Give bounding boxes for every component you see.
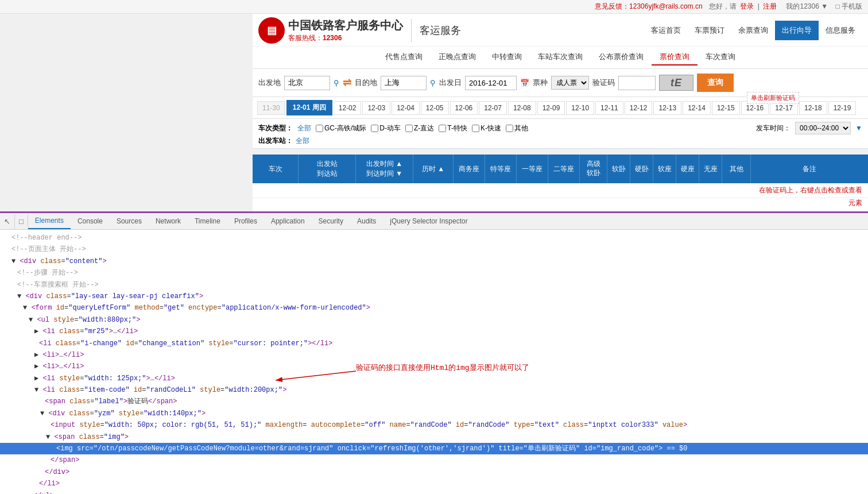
date-tab-1215[interactable]: 12-15 bbox=[712, 101, 740, 115]
code-line-8: ▼ <ul style="width:880px;"> bbox=[6, 314, 862, 326]
code-line-18: ▼ <span class="img"> bbox=[6, 431, 862, 443]
subnav-train[interactable]: 车次查询 bbox=[698, 49, 743, 65]
subnav-transfer[interactable]: 中转查询 bbox=[484, 49, 530, 65]
devtools-tab-security[interactable]: Security bbox=[312, 214, 350, 229]
search-box: 出发地 ⚲ ⇌ 目的地 ⚲ 出发日 📅 票种 成人票 儿童票 学生票 bbox=[253, 69, 868, 97]
date-input[interactable] bbox=[465, 76, 517, 90]
subnav-delay[interactable]: 正晚点查询 bbox=[431, 49, 484, 65]
devtools-icon-pointer[interactable]: ↖ bbox=[0, 214, 15, 229]
results-header: 车次 出发站 到达站 出发时间 ▲ 到达时间 ▼ 历时 ▲ 商务座 特等座 一等… bbox=[253, 155, 868, 183]
date-tab-1213[interactable]: 12-13 bbox=[653, 101, 681, 115]
devtools-tab-audits[interactable]: Audits bbox=[350, 214, 383, 229]
devtools-tab-elements[interactable]: Elements bbox=[28, 213, 71, 229]
col-first: 一等座 bbox=[517, 155, 548, 183]
devtools-tab-console[interactable]: Console bbox=[71, 214, 110, 229]
type-d[interactable]: D-动车 bbox=[371, 124, 401, 133]
subnav-station[interactable]: 车站车次查询 bbox=[530, 49, 591, 65]
date-tab-1205[interactable]: 12-05 bbox=[421, 101, 449, 115]
devtools-panel: ↖ □ Elements Console Sources Network Tim… bbox=[0, 211, 868, 494]
search-form: 出发地 ⚲ ⇌ 目的地 ⚲ 出发日 📅 票种 成人票 儿童票 学生票 bbox=[258, 74, 862, 92]
code-line-15: <span class="label">验证码</span> bbox=[6, 396, 862, 407]
type-k[interactable]: K-快速 bbox=[472, 124, 501, 133]
devtools-tab-profiles[interactable]: Profiles bbox=[227, 214, 264, 229]
code-line-11: ▶ <li>…</li> bbox=[6, 349, 862, 361]
devtools-tab-network[interactable]: Network bbox=[149, 214, 188, 229]
type-gc[interactable]: GC-高铁/城际 bbox=[316, 124, 366, 133]
date-tab-1204[interactable]: 12-04 bbox=[392, 101, 420, 115]
brand-main-text: 中国铁路客户服务中心 bbox=[288, 18, 403, 33]
mobile-link[interactable]: □ 手机版 bbox=[835, 2, 862, 10]
code-line-selected[interactable]: <img src="/otn/passcodeNew/getPassCodeNe… bbox=[0, 443, 868, 454]
date-tab-1208[interactable]: 12-08 bbox=[508, 101, 536, 115]
devtools-tab-application[interactable]: Application bbox=[264, 214, 312, 229]
subnav-proxy[interactable]: 代售点查询 bbox=[377, 49, 431, 65]
calendar-icon[interactable]: 📅 bbox=[520, 79, 529, 87]
annotation-captcha: 在验证码上，右键点击检查或查看 bbox=[253, 183, 868, 198]
from-input[interactable] bbox=[284, 76, 330, 90]
train-filter: 车次类型： 全部 GC-高铁/城际 D-动车 Z-直达 T-特快 K-快速 其他… bbox=[253, 119, 868, 149]
register-link[interactable]: 注册 bbox=[763, 2, 777, 10]
col-time[interactable]: 出发时间 ▲ 到达时间 ▼ bbox=[356, 155, 413, 183]
col-second: 二等座 bbox=[548, 155, 580, 183]
annotation-element: 元素 bbox=[253, 198, 868, 211]
col-duration[interactable]: 历时 ▲ bbox=[413, 155, 454, 183]
date-tab-prev[interactable]: 11-30 bbox=[257, 101, 285, 115]
captcha-input[interactable] bbox=[618, 76, 656, 90]
date-tab-1202[interactable]: 12-02 bbox=[334, 101, 362, 115]
devtools-tab-jquery[interactable]: jQuery Selector Inspector bbox=[383, 214, 474, 229]
captcha-label: 验证码 bbox=[592, 78, 615, 88]
code-line-22: </ul> bbox=[6, 490, 862, 494]
type-t[interactable]: T-特快 bbox=[439, 124, 467, 133]
to-input[interactable] bbox=[381, 76, 427, 90]
type-other[interactable]: 其他 bbox=[506, 124, 528, 133]
filter-type-row: 车次类型： 全部 GC-高铁/城际 D-动车 Z-直达 T-特快 K-快速 其他… bbox=[258, 122, 862, 134]
nav-home[interactable]: 客运首页 bbox=[644, 21, 688, 40]
date-tab-1214[interactable]: 12-14 bbox=[683, 101, 711, 115]
devtools-icon-inspect[interactable]: □ bbox=[15, 214, 28, 229]
date-tab-1219[interactable]: 12-19 bbox=[828, 101, 857, 115]
date-tab-1218[interactable]: 12-18 bbox=[799, 101, 827, 115]
brand-logo: ▤ 中国铁路客户服务中心 客服热线：12306 客运服务 bbox=[258, 17, 461, 44]
code-line-17: <input style="width: 50px; color: rgb(51… bbox=[6, 419, 862, 431]
swap-icon[interactable]: ⇌ bbox=[343, 76, 351, 89]
devtools-toolbar: ↖ □ Elements Console Sources Network Tim… bbox=[0, 213, 868, 230]
ticket-select[interactable]: 成人票 儿童票 学生票 bbox=[551, 76, 589, 90]
type-z[interactable]: Z-直达 bbox=[405, 124, 434, 133]
code-line-12: ▶ <li>…</li> bbox=[6, 361, 862, 372]
subnav-official-price[interactable]: 公布票价查询 bbox=[591, 49, 652, 65]
nav-guide[interactable]: 出行向导 bbox=[775, 21, 819, 40]
col-biz: 商务座 bbox=[454, 155, 485, 183]
nav-booking[interactable]: 车票预订 bbox=[688, 21, 731, 40]
date-tab-1203[interactable]: 12-03 bbox=[362, 101, 390, 115]
brand-name: 中国铁路客户服务中心 客服热线：12306 bbox=[288, 18, 403, 43]
date-tab-1207[interactable]: 12-07 bbox=[479, 101, 507, 115]
time-select[interactable]: 00:00--24:00 bbox=[795, 122, 851, 134]
code-line-19: </span> bbox=[6, 454, 862, 466]
my12306-link[interactable]: 我的12306 ▼ bbox=[786, 2, 830, 10]
search-location-icon: ⚲ bbox=[334, 79, 339, 87]
date-tab-1212[interactable]: 12-12 bbox=[625, 101, 653, 115]
date-tab-1209[interactable]: 12-09 bbox=[537, 101, 565, 115]
devtools-tab-timeline[interactable]: Timeline bbox=[188, 214, 227, 229]
date-tab-1211[interactable]: 12-11 bbox=[595, 101, 623, 115]
nav-info[interactable]: 信息服务 bbox=[819, 21, 862, 40]
captcha-image[interactable]: tE bbox=[659, 75, 693, 91]
nav-remaining[interactable]: 余票查询 bbox=[731, 21, 775, 40]
login-link[interactable]: 登录 bbox=[740, 2, 754, 10]
code-line-9: ▶ <li class="mr25">…</li> bbox=[6, 326, 862, 337]
devtools-tab-sources[interactable]: Sources bbox=[110, 214, 149, 229]
filter-expand-icon[interactable]: ▼ bbox=[855, 124, 862, 132]
code-line-16: ▼ <div class="yzm" style="width:140px;"> bbox=[6, 408, 862, 419]
depart-station-row: 出发车站： 全部 bbox=[258, 136, 862, 146]
type-all[interactable]: 全部 bbox=[297, 124, 311, 133]
depart-station-all[interactable]: 全部 bbox=[296, 136, 309, 146]
query-button[interactable]: 查询 bbox=[697, 74, 734, 92]
site-header: ▤ 中国铁路客户服务中心 客服热线：12306 客运服务 客运首页 车票预订 bbox=[253, 14, 868, 47]
subnav-price[interactable]: 票价查询 bbox=[652, 49, 698, 65]
col-note: 备注 bbox=[751, 155, 868, 183]
from-label: 出发地 bbox=[258, 78, 281, 88]
hotline-num: 12306 bbox=[323, 34, 342, 42]
date-tab-1206[interactable]: 12-06 bbox=[450, 101, 478, 115]
date-tab-1210[interactable]: 12-10 bbox=[566, 101, 594, 115]
date-tab-active[interactable]: 12-01 周四 bbox=[286, 100, 332, 115]
